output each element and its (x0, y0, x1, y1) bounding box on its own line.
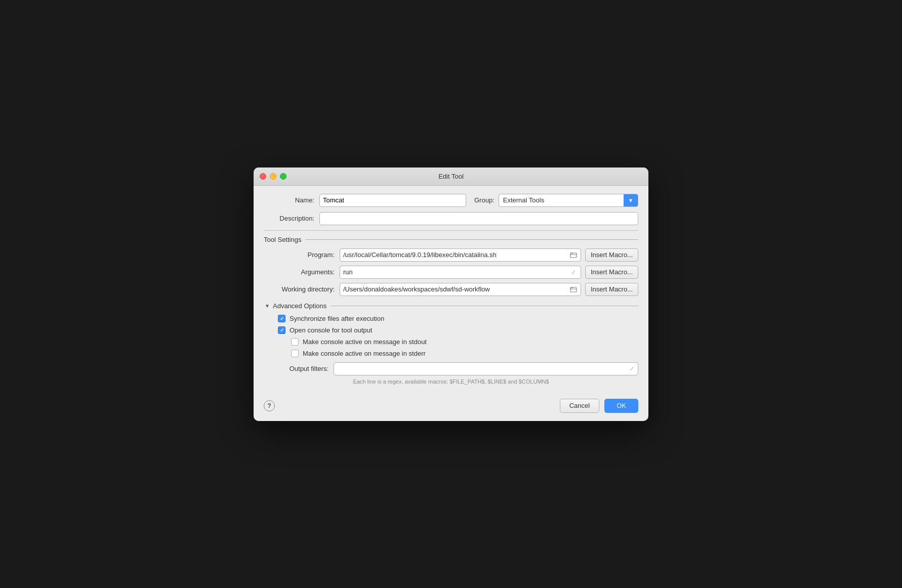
tool-settings-label: Tool Settings (264, 236, 301, 243)
group-select[interactable]: External Tools ▼ (499, 194, 638, 207)
make-console-stderr-row: Make console active on message in stderr (264, 350, 638, 357)
working-directory-label: Working directory: (274, 285, 340, 293)
program-label: Program: (274, 251, 340, 259)
arguments-input-wrap: ⤢ (340, 266, 581, 279)
working-directory-input[interactable] (340, 285, 566, 293)
open-console-checkbox[interactable] (278, 326, 285, 334)
description-label: Description: (264, 215, 319, 222)
title-bar: Edit Tool (254, 167, 648, 186)
dialog-title: Edit Tool (438, 173, 464, 180)
collapse-arrow-icon[interactable]: ▼ (264, 302, 271, 309)
output-filters-label: Output filters: (278, 365, 334, 372)
working-directory-row: Working directory: Insert Macro... (264, 283, 638, 296)
make-console-stdout-row: Make console active on message in stdout (264, 338, 638, 346)
group-dropdown-button[interactable]: ▼ (624, 194, 638, 206)
dialog-footer: ? Cancel OK (254, 393, 648, 421)
group-select-value: External Tools (499, 196, 624, 204)
open-console-label: Open console for tool output (290, 326, 372, 334)
make-console-stdout-checkbox[interactable] (291, 338, 299, 346)
advanced-options-section: ▼ Advanced Options Synchronize files aft… (264, 302, 638, 385)
program-input[interactable] (340, 251, 566, 259)
arguments-expand-icon[interactable]: ⤢ (566, 266, 581, 278)
window-controls (260, 173, 286, 180)
footer-actions: Cancel OK (560, 399, 638, 413)
separator-1 (264, 230, 638, 231)
sync-files-row: Synchronize files after execution (264, 315, 638, 322)
maximize-button[interactable] (280, 173, 286, 180)
make-console-stdout-label: Make console active on message in stdout (303, 338, 427, 346)
sync-files-label: Synchronize files after execution (290, 315, 384, 322)
tool-settings-group: Program: Insert Macro... Arguments: (264, 248, 638, 296)
output-expand-icon[interactable]: ⤢ (626, 363, 638, 375)
description-input[interactable] (319, 212, 638, 225)
section-line-1 (305, 239, 638, 240)
name-input[interactable] (319, 194, 466, 207)
program-browse-icon[interactable] (566, 249, 581, 261)
output-filters-input[interactable] (334, 365, 626, 372)
program-insert-macro-button[interactable]: Insert Macro... (585, 248, 638, 262)
working-directory-insert-macro-button[interactable]: Insert Macro... (585, 283, 638, 296)
program-input-wrap (340, 248, 581, 262)
sync-files-checkbox[interactable] (278, 315, 285, 322)
minimize-button[interactable] (270, 173, 276, 180)
arguments-input[interactable] (340, 268, 566, 276)
open-console-row: Open console for tool output (264, 326, 638, 334)
hint-text: Each line is a regex, available macros: … (264, 379, 638, 385)
arguments-row: Arguments: ⤢ Insert Macro... (264, 266, 638, 279)
chevron-down-icon: ▼ (628, 197, 634, 203)
tool-settings-section: Tool Settings (264, 236, 638, 243)
output-filters-row: Output filters: ⤢ (264, 362, 638, 375)
advanced-options-label: Advanced Options (273, 302, 326, 310)
output-filters-input-wrap: ⤢ (334, 362, 638, 375)
name-group-row: Name: Group: External Tools ▼ (264, 194, 638, 207)
dialog-body: Name: Group: External Tools ▼ Descriptio… (254, 186, 648, 393)
working-directory-input-wrap (340, 283, 581, 296)
arguments-label: Arguments: (274, 268, 340, 276)
advanced-line (331, 306, 638, 306)
group-label: Group: (474, 196, 495, 204)
name-label: Name: (264, 196, 319, 204)
edit-tool-dialog: Edit Tool Name: Group: External Tools ▼ … (254, 167, 648, 421)
program-row: Program: Insert Macro... (264, 248, 638, 262)
cancel-button[interactable]: Cancel (560, 399, 599, 413)
make-console-stderr-checkbox[interactable] (291, 350, 299, 357)
ok-button[interactable]: OK (604, 399, 638, 413)
close-button[interactable] (260, 173, 266, 180)
working-directory-browse-icon[interactable] (566, 283, 581, 296)
description-row: Description: (264, 212, 638, 225)
make-console-stderr-label: Make console active on message in stderr (303, 350, 426, 357)
arguments-insert-macro-button[interactable]: Insert Macro... (585, 266, 638, 279)
advanced-options-title: ▼ Advanced Options (264, 302, 638, 310)
help-button[interactable]: ? (264, 400, 275, 411)
